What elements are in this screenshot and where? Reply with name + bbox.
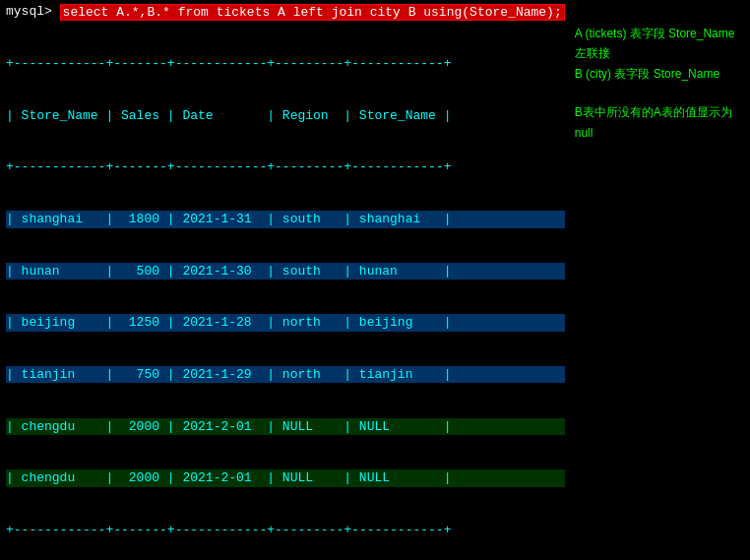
- section1-annotation: A (tickets) 表字段 Store_Name 左联接 B (city) …: [565, 24, 744, 143]
- annotation1-text2: B (city) 表字段 Store_Name: [575, 67, 719, 81]
- annotation1-line1: A (tickets) 表字段 Store_Name 左联接: [575, 24, 744, 64]
- table1-sep3: +------------+-------+------------+-----…: [6, 522, 565, 539]
- annotation1-line2: B (city) 表字段 Store_Name: [575, 64, 744, 84]
- annotation1-text1: A (tickets) 表字段 Store_Name 左联接: [575, 27, 735, 60]
- table1: +------------+-------+------------+-----…: [6, 21, 565, 560]
- table1-row6: | chengdu | 2000 | 2021-2-01 | NULL | NU…: [6, 469, 565, 487]
- prompt1: mysql>: [6, 4, 60, 19]
- sql1: select A.*,B.* from tickets A left join …: [60, 4, 565, 21]
- table1-row2: | hunan | 500 | 2021-1-30 | south | huna…: [6, 263, 565, 280]
- section1-left: mysql> select A.*,B.* from tickets A lef…: [6, 4, 565, 560]
- table1-row4: | tianjin | 750 | 2021-1-29 | north | ti…: [6, 366, 565, 384]
- section1: mysql> select A.*,B.* from tickets A lef…: [6, 4, 744, 560]
- table1-row1: | shanghai | 1800 | 2021-1-31 | south | …: [6, 211, 565, 228]
- table1-row5: | chengdu | 2000 | 2021-2-01 | NULL | NU…: [6, 418, 565, 436]
- table1-row3: | beijing | 1250 | 2021-1-28 | north | b…: [6, 314, 565, 332]
- terminal: mysql> select A.*,B.* from tickets A lef…: [0, 0, 750, 560]
- annotation1-line3: B表中所没有的A表的值显示为null: [575, 102, 744, 143]
- annotation1-text3: B表中所没有的A表的值显示为null: [575, 105, 732, 139]
- section1-prompt-line: mysql> select A.*,B.* from tickets A lef…: [6, 4, 565, 21]
- table1-sep1: +------------+-------+------------+-----…: [6, 55, 565, 73]
- table1-header: | Store_Name | Sales | Date | Region | S…: [6, 107, 565, 125]
- table1-sep2: +------------+-------+------------+-----…: [6, 158, 565, 176]
